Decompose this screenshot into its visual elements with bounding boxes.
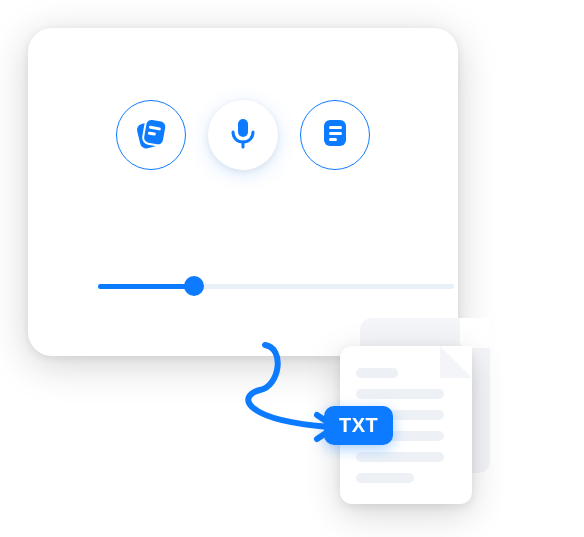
transcribe-card [28,28,458,356]
document-icon [316,114,354,156]
svg-rect-8 [329,132,342,135]
file-format-badge: TXT [324,406,393,445]
mode-icons-row [28,100,458,170]
document-mode-button[interactable] [300,100,370,170]
playback-slider[interactable] [98,276,454,296]
notes-mode-button[interactable] [116,100,186,170]
slider-fill [98,284,194,289]
svg-rect-9 [329,138,337,141]
microphone-icon [224,114,262,156]
notes-stack-icon [130,112,172,158]
svg-rect-4 [238,119,248,137]
file-front: TXT [340,346,472,504]
microphone-mode-button[interactable] [208,100,278,170]
svg-rect-7 [329,126,342,129]
slider-thumb[interactable] [184,276,204,296]
export-file-stack: TXT [340,318,500,518]
svg-rect-1 [142,118,167,146]
